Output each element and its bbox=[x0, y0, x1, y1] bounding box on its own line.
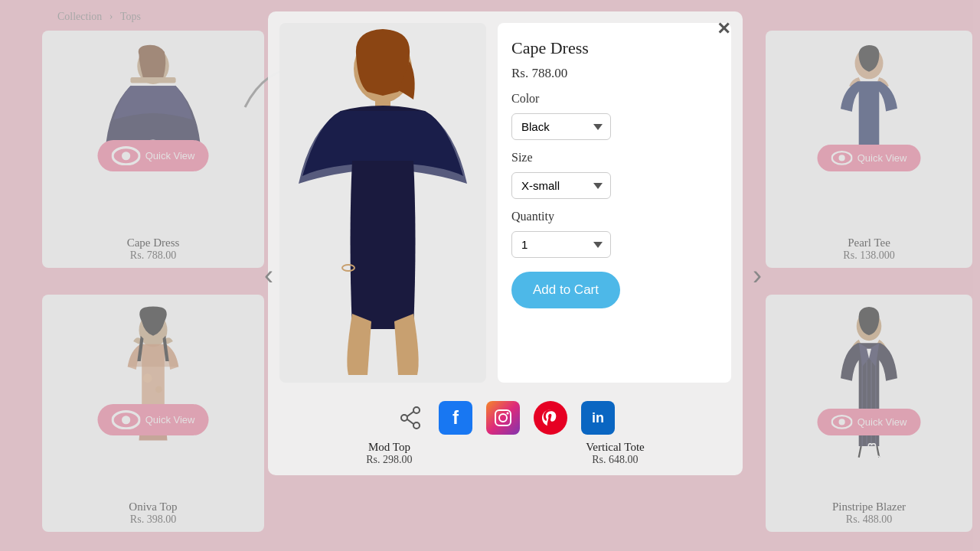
social-share-bar: f in bbox=[268, 390, 743, 441]
mod-top-price: Rs. 298.00 bbox=[366, 454, 412, 466]
modal-overlay: ✕ bbox=[0, 0, 980, 551]
modal-body: Cape Dress Rs. 788.00 Color Black Navy W… bbox=[268, 11, 743, 390]
quantity-label: Quantity bbox=[511, 210, 717, 223]
modal-close-button[interactable]: ✕ bbox=[717, 21, 730, 37]
svg-point-28 bbox=[413, 422, 420, 429]
svg-point-26 bbox=[413, 407, 420, 413]
share-icon[interactable] bbox=[396, 403, 425, 432]
vertical-tote-price: Rs. 648.00 bbox=[586, 454, 645, 466]
modal-product-price: Rs. 788.00 bbox=[511, 66, 717, 81]
vertical-tote-name: Vertical Tote bbox=[586, 441, 645, 454]
svg-line-29 bbox=[407, 412, 413, 416]
modal-product-image bbox=[279, 23, 486, 383]
add-to-cart-button[interactable]: Add to Cart bbox=[511, 272, 620, 308]
linkedin-icon[interactable]: in bbox=[581, 401, 615, 435]
mod-top-label: Mod Top Rs. 298.00 bbox=[366, 441, 412, 466]
modal-bottom-labels: Mod Top Rs. 298.00 Vertical Tote Rs. 648… bbox=[268, 441, 743, 475]
nav-arrow-right[interactable]: › bbox=[753, 259, 762, 292]
facebook-icon[interactable]: f bbox=[439, 401, 472, 435]
instagram-icon[interactable] bbox=[486, 401, 520, 435]
mod-top-name: Mod Top bbox=[366, 441, 412, 454]
product-modal: ✕ bbox=[268, 11, 743, 475]
svg-line-30 bbox=[407, 419, 413, 424]
size-label: Size bbox=[511, 151, 717, 165]
svg-point-32 bbox=[499, 414, 507, 422]
svg-point-33 bbox=[507, 412, 509, 415]
size-select[interactable]: X-small Small Medium Large bbox=[511, 172, 611, 199]
svg-point-27 bbox=[401, 415, 407, 421]
modal-details: Cape Dress Rs. 788.00 Color Black Navy W… bbox=[498, 23, 731, 383]
color-label: Color bbox=[511, 92, 717, 106]
modal-product-title: Cape Dress bbox=[511, 38, 717, 58]
vertical-tote-label: Vertical Tote Rs. 648.00 bbox=[586, 441, 645, 466]
quantity-select[interactable]: 1 2 3 4 5 bbox=[511, 231, 611, 258]
pinterest-icon[interactable] bbox=[534, 401, 567, 435]
nav-arrow-left[interactable]: ‹ bbox=[264, 259, 273, 292]
color-select[interactable]: Black Navy White bbox=[511, 113, 611, 140]
